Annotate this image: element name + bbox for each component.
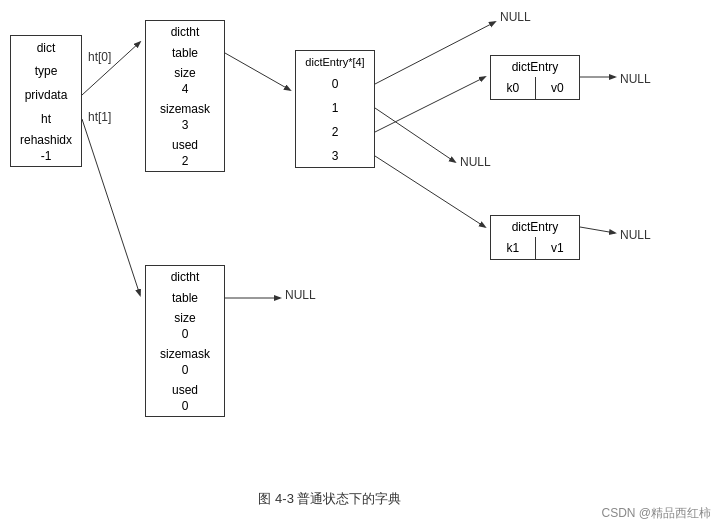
watermark: CSDN @精品西红柿 (601, 505, 711, 522)
null-bottom-right: NULL (620, 228, 651, 242)
dict-cell-ht: ht (10, 107, 82, 131)
null-table-bottom: NULL (285, 288, 316, 302)
dictht-top-used: used2 (145, 136, 225, 172)
dictentry-array-header: dictEntry*[4] (295, 50, 375, 72)
dictentry-array-1: 1 (295, 96, 375, 120)
dictentry-bottom-group: dictEntry k1 v1 (490, 215, 580, 260)
ht1-label: ht[1] (88, 110, 111, 124)
null-middle: NULL (460, 155, 491, 169)
svg-line-4 (375, 77, 485, 132)
dictht-bottom-used: used0 (145, 381, 225, 417)
dict-cell-type: type (10, 59, 82, 83)
dictht-top-label: dictht (145, 20, 225, 42)
dictentry-array-0: 0 (295, 72, 375, 96)
dict-group: dict type privdata ht rehashidx-1 (10, 35, 82, 167)
dictentry-top-v0: v0 (536, 77, 580, 99)
dictentry-top-label: dictEntry (490, 55, 580, 77)
dictentry-bottom-label: dictEntry (490, 215, 580, 237)
svg-line-2 (225, 53, 290, 90)
dictentry-bottom-v1: v1 (536, 237, 580, 259)
dictentry-top-kv: k0 v0 (490, 77, 580, 100)
dictht-top-table: table (145, 42, 225, 64)
dictentry-array-2: 2 (295, 120, 375, 144)
dictht-top-sizemask: sizemask3 (145, 100, 225, 136)
null-top: NULL (500, 10, 531, 24)
diagram: dict type privdata ht rehashidx-1 ht[0] … (0, 0, 721, 532)
dictht-bottom-label: dictht (145, 265, 225, 287)
dictht-top-group: dictht table size4 sizemask3 used2 (145, 20, 225, 172)
dictht-bottom-sizemask: sizemask0 (145, 345, 225, 381)
dictentry-bottom-kv: k1 v1 (490, 237, 580, 260)
dictentry-top-k0: k0 (491, 77, 536, 99)
dict-cell-dict: dict (10, 35, 82, 59)
svg-line-1 (82, 119, 140, 295)
svg-line-3 (375, 22, 495, 84)
dictht-bottom-size: size0 (145, 309, 225, 345)
caption: 图 4-3 普通状态下的字典 (160, 490, 500, 508)
svg-line-8 (580, 227, 615, 233)
null-top-right: NULL (620, 72, 651, 86)
svg-line-7 (375, 108, 455, 162)
ht0-label: ht[0] (88, 50, 111, 64)
dict-cell-rehashidx: rehashidx-1 (10, 131, 82, 167)
dictht-bottom-group: dictht table size0 sizemask0 used0 (145, 265, 225, 417)
dictentry-bottom-k1: k1 (491, 237, 536, 259)
dictentry-array-3: 3 (295, 144, 375, 168)
dictentry-top-group: dictEntry k0 v0 (490, 55, 580, 100)
dict-cell-privdata: privdata (10, 83, 82, 107)
dictentry-array-group: dictEntry*[4] 0 1 2 3 (295, 50, 375, 168)
dictht-top-size: size4 (145, 64, 225, 100)
dictht-bottom-table: table (145, 287, 225, 309)
